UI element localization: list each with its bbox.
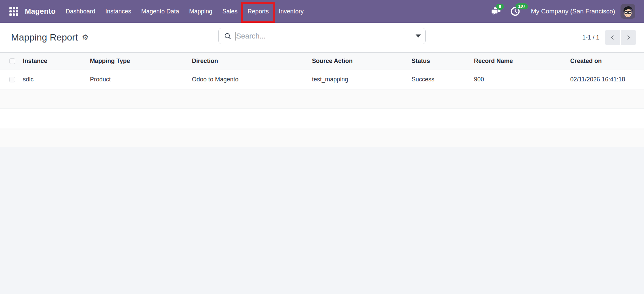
activities-badge: 107 <box>516 3 528 9</box>
column-header-direction[interactable]: Direction <box>192 58 312 65</box>
cell-status: Success <box>412 76 474 83</box>
chevron-down-icon <box>416 34 421 38</box>
table-header-row: Instance Mapping Type Direction Source A… <box>0 52 644 70</box>
empty-row <box>0 89 644 109</box>
row-checkbox[interactable] <box>9 77 15 82</box>
column-header-status[interactable]: Status <box>412 58 474 65</box>
page-background <box>0 147 644 293</box>
mapping-report-list: Instance Mapping Type Direction Source A… <box>0 52 644 147</box>
cell-created-on: 02/11/2026 16:41:18 <box>570 76 644 83</box>
select-all-checkbox[interactable] <box>9 58 15 64</box>
cell-record-name: 900 <box>474 76 570 83</box>
top-navbar: Magento Dashboard Instances Magento Data… <box>0 0 644 23</box>
nav-item-reports[interactable]: Reports <box>243 0 274 23</box>
cell-direction: Odoo to Magento <box>192 76 312 83</box>
nav-item-sales[interactable]: Sales <box>217 0 243 23</box>
company-switcher[interactable]: My Company (San Francisco) <box>531 8 615 15</box>
main-menu: Dashboard Instances Magento Data Mapping… <box>61 0 309 23</box>
chevron-right-icon <box>625 34 632 41</box>
nav-item-dashboard[interactable]: Dashboard <box>61 0 100 23</box>
avatar-image <box>621 4 635 19</box>
messages-button[interactable]: 6 <box>491 7 501 16</box>
column-header-created-on[interactable]: Created on <box>570 58 644 65</box>
chevron-left-icon <box>609 34 616 41</box>
settings-gear-icon[interactable]: ⚙ <box>82 34 89 41</box>
nav-item-inventory[interactable]: Inventory <box>274 0 309 23</box>
search-icon <box>224 32 231 40</box>
search-input[interactable] <box>236 32 411 41</box>
column-header-record-name[interactable]: Record Name <box>474 58 570 65</box>
nav-item-mapping[interactable]: Mapping <box>184 0 217 23</box>
column-header-instance[interactable]: Instance <box>23 58 90 65</box>
pager <box>605 30 636 45</box>
messages-badge: 6 <box>496 4 504 10</box>
search-dropdown-toggle[interactable] <box>411 28 425 44</box>
pager-previous-button[interactable] <box>605 30 620 45</box>
text-cursor <box>235 32 235 41</box>
page-title: Mapping Report <box>11 32 78 43</box>
apps-grid-icon[interactable] <box>9 7 18 16</box>
app-brand[interactable]: Magento <box>25 7 56 16</box>
table-row[interactable]: sdlc Product Odoo to Magento test_mappin… <box>0 70 644 89</box>
nav-item-instances[interactable]: Instances <box>100 0 136 23</box>
pager-value: 1-1 / 1 <box>582 34 599 41</box>
column-header-mapping-type[interactable]: Mapping Type <box>90 58 192 65</box>
search-bar[interactable] <box>218 28 426 44</box>
pager-next-button[interactable] <box>621 30 636 45</box>
column-header-source-action[interactable]: Source Action <box>312 58 412 65</box>
cell-mapping-type: Product <box>90 76 192 83</box>
control-panel: Mapping Report ⚙ 1-1 / 1 <box>0 23 644 52</box>
empty-row <box>0 109 644 128</box>
user-avatar[interactable] <box>621 4 635 19</box>
nav-item-magento-data[interactable]: Magento Data <box>136 0 184 23</box>
cell-source-action: test_mapping <box>312 76 412 83</box>
empty-row <box>0 128 644 147</box>
activities-button[interactable]: 107 <box>510 6 520 16</box>
cell-instance: sdlc <box>23 76 90 83</box>
